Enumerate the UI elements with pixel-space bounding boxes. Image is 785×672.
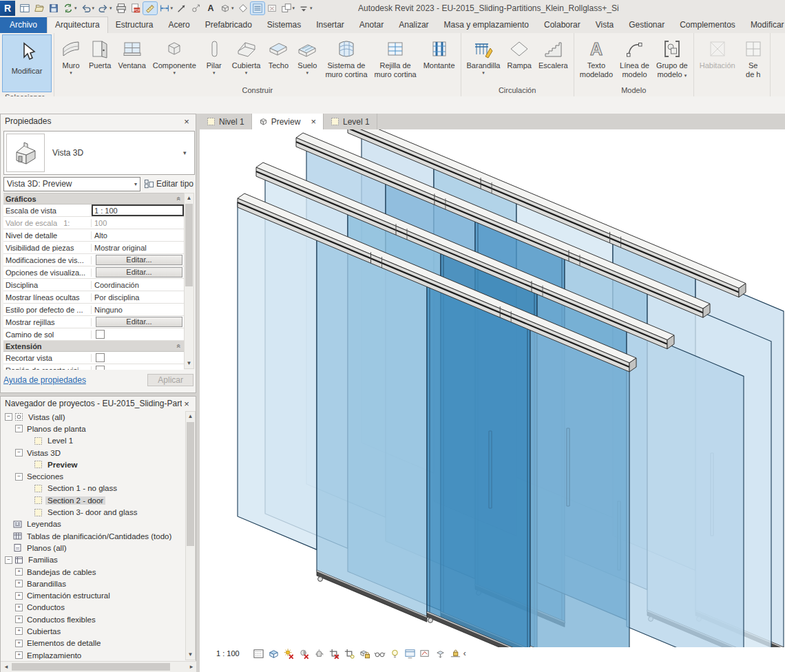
properties-help-link[interactable]: Ayuda de propiedades [3,375,147,385]
tree-expander-icon[interactable]: + [15,580,23,587]
default-3d-view-icon[interactable]: ▾ [218,2,236,14]
tool-montante[interactable]: Montante [420,34,459,72]
tree-expander-icon[interactable]: − [5,413,12,421]
temporary-view-properties-icon[interactable] [404,648,417,660]
edit-button[interactable]: Editar... [96,267,182,277]
tool-ventana[interactable]: Ventana [114,34,149,72]
dropdown-arrow-icon[interactable]: ▾ [109,6,112,11]
type-selector-dropdown-icon[interactable]: ▾ [183,149,194,156]
scroll-down-icon[interactable]: ▼ [185,359,193,368]
tree-expander-icon[interactable]: + [15,604,23,611]
reveal-hidden-elements-icon[interactable] [388,648,401,660]
detail-level-icon[interactable] [252,648,265,660]
dropdown-arrow-icon[interactable]: ▾ [231,6,234,11]
tree-expander-icon[interactable]: − [15,473,23,481]
tree-expander-icon[interactable]: + [15,616,23,623]
tree-expander-icon[interactable]: + [15,568,23,576]
ribbon-tab-prefabricado[interactable]: Prefabricado [198,17,260,33]
close-tab-icon[interactable]: × [311,116,316,127]
temporary-hide-isolate-icon[interactable] [373,648,386,660]
checkbox[interactable] [96,330,105,339]
scroll-left-icon[interactable]: ◂ [1,662,11,671]
ribbon-tab-gestionar[interactable]: Gestionar [621,17,672,33]
browser-item-secciones[interactable]: −Secciones [2,470,185,482]
tool-texto-modelado[interactable]: ATextomodelado [576,34,616,81]
browser-scrollbar-vertical[interactable]: ▲ ▼ [185,411,196,660]
text-note-icon[interactable]: A [204,2,218,14]
measure-icon[interactable] [143,2,157,14]
properties-scrollbar[interactable]: ▲ ▼ [184,193,194,369]
displacement-sets-icon[interactable] [434,648,447,660]
undo-icon[interactable]: ▾ [79,2,96,14]
browser-item-bandejas-de-cables[interactable]: +Bandejas de cables [2,566,185,578]
dropdown-arrow-icon[interactable]: ▾ [174,70,176,75]
view-tab-level-1[interactable]: Level 1 [324,114,377,129]
browser-item-preview[interactable]: Preview [2,459,185,470]
property-value[interactable] [92,328,184,340]
browser-item-cubiertas[interactable]: +Cubiertas [2,625,185,637]
tool-barandilla[interactable]: Barandilla▾ [463,34,504,77]
tool-grupo-de-modelo[interactable]: Grupo demodelo ▾ [653,34,691,81]
browser-item-cimentaci-n-estructural[interactable]: +Cimentación estructural [2,589,185,601]
app-window-icon[interactable] [18,2,32,14]
crop-region-visibility-icon[interactable] [343,648,356,660]
properties-section-gr-ficos[interactable]: Gráficos« [3,193,184,204]
property-value[interactable]: Mostrar original [92,242,184,253]
checkbox[interactable] [96,366,105,370]
dropdown-arrow-icon[interactable]: ▾ [310,6,313,11]
tree-expander-icon[interactable]: + [15,592,23,600]
aligned-dimension-icon[interactable]: ▾ [158,2,175,14]
tool-sistema-de-muro-cortina[interactable]: Sistema demuro cortina [322,34,370,81]
ribbon-tab-anotar[interactable]: Anotar [352,17,391,33]
view-tab-preview[interactable]: Preview× [252,114,324,129]
browser-item-conductos[interactable]: +Conductos [2,602,185,613]
dropdown-arrow-icon[interactable]: ▾ [70,70,72,75]
dropdown-arrow-icon[interactable]: ▾ [306,70,309,75]
dropdown-arrow-icon[interactable]: ▾ [74,6,77,11]
browser-item-barandillas[interactable]: +Barandillas [2,578,185,589]
edit-button[interactable]: Editar... [96,317,182,327]
analytical-model-icon[interactable] [419,648,432,660]
customize-qat-icon[interactable]: ▾ [297,2,314,14]
view-scale-button[interactable]: 1 : 100 [216,649,240,658]
crop-view-off-icon[interactable] [328,648,341,660]
ribbon-tab-vista[interactable]: Vista [588,17,621,33]
browser-item-conductos-flexibles[interactable]: +Conductos flexibles [2,613,185,625]
property-value[interactable]: 1 : 100 [92,204,184,216]
tool-habitaci-n[interactable]: Habitación [696,34,739,72]
ribbon-tab-archivo[interactable]: Archivo [0,17,47,33]
switch-windows-icon[interactable]: ▾ [280,2,297,14]
save-icon[interactable] [47,2,61,14]
collapse-arrow-icon[interactable]: ‹ [463,649,466,658]
tool-componente[interactable]: Componente▾ [149,34,200,77]
ribbon-tab-modificar[interactable]: Modificar [743,17,785,33]
property-value[interactable]: Editar... [92,266,184,278]
tool-rampa[interactable]: Rampa [503,34,534,72]
view-selector-combobox[interactable]: Vista 3D: Preview ▾ [3,177,140,191]
tool-cubierta[interactable]: Cubierta▾ [229,34,264,77]
tool-pilar[interactable]: Pilar▾ [200,34,229,77]
property-value[interactable]: Por disciplina [92,291,184,303]
browser-item-familias[interactable]: −Familias [2,554,185,566]
render-icon[interactable] [313,648,326,660]
section-icon[interactable] [236,2,250,14]
close-inactive-windows-icon[interactable] [265,2,279,14]
properties-close-icon[interactable]: × [182,116,191,127]
dropdown-arrow-icon[interactable]: ▾ [245,70,248,75]
edit-button[interactable]: Editar... [96,255,182,265]
type-selector[interactable]: Vista 3D ▾ [3,131,195,175]
project-browser-close-icon[interactable]: × [182,399,191,409]
browser-item-section-2-door[interactable]: Section 2 - door [2,494,185,506]
scroll-up-icon[interactable]: ▲ [186,412,195,421]
property-value[interactable] [92,352,184,364]
browser-item-section-3-door-and-glass[interactable]: Section 3- door and glass [2,506,185,518]
scrollbar-thumb[interactable] [12,663,170,671]
ribbon-tab-masa-y-emplazamiento[interactable]: Masa y emplazamiento [437,17,536,33]
scroll-right-icon[interactable]: ▸ [187,662,196,671]
dropdown-arrow-icon[interactable]: ▾ [482,70,485,75]
browser-item-leyendas[interactable]: Leyendas [2,518,185,530]
ribbon-tab-sistemas[interactable]: Sistemas [260,17,308,33]
tool-rejilla-de-muro-cortina[interactable]: Rejilla demuro cortina [371,34,420,81]
property-value[interactable]: Alto [92,229,184,241]
tree-expander-icon[interactable]: − [15,425,23,432]
